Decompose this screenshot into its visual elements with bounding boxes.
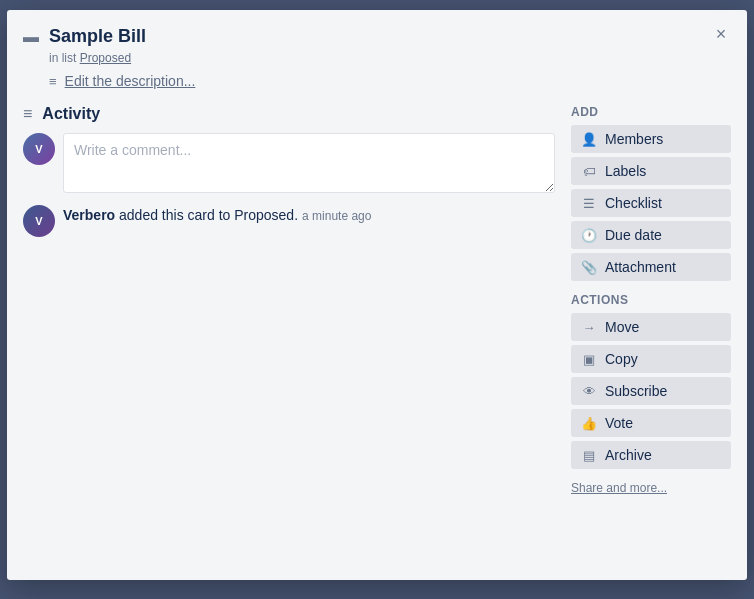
vote-button[interactable]: 👍 Vote <box>571 409 731 437</box>
modal-body: ≡ Activity V V Verbero added this card t… <box>23 105 731 495</box>
list-link[interactable]: Proposed <box>80 51 131 65</box>
labels-button[interactable]: 🏷 Labels <box>571 157 731 185</box>
due-date-button[interactable]: 🕐 Due date <box>571 221 731 249</box>
header-text: Sample Bill in list Proposed <box>49 26 146 65</box>
edit-description-link[interactable]: Edit the description... <box>65 73 196 89</box>
move-icon: → <box>581 320 597 335</box>
subscribe-icon: 👁 <box>581 384 597 399</box>
modal-overlay: × ▬ Sample Bill in list Proposed ≡ Edit … <box>0 0 754 599</box>
attachment-button[interactable]: 📎 Attachment <box>571 253 731 281</box>
copy-icon: ▣ <box>581 352 597 367</box>
sidebar: Add 👤 Members 🏷 Labels ☰ Checklist 🕐 <box>571 105 731 495</box>
add-section: Add 👤 Members 🏷 Labels ☰ Checklist 🕐 <box>571 105 731 281</box>
share-more-link[interactable]: Share and more... <box>571 481 667 495</box>
main-content: ≡ Activity V V Verbero added this card t… <box>23 105 555 495</box>
modal-header: ▬ Sample Bill in list Proposed <box>23 26 731 65</box>
archive-icon: ▤ <box>581 448 597 463</box>
comment-textarea[interactable] <box>63 133 555 193</box>
activity-text: Verbero added this card to Proposed.a mi… <box>63 205 371 226</box>
checklist-icon: ☰ <box>581 196 597 211</box>
activity-time: a minute ago <box>302 209 371 223</box>
vote-icon: 👍 <box>581 416 597 431</box>
activity-header: ≡ Activity <box>23 105 555 123</box>
current-user-avatar: V <box>23 133 55 165</box>
card-list-info: in list Proposed <box>49 51 146 65</box>
actions-section-title: Actions <box>571 293 731 307</box>
card-title: Sample Bill <box>49 26 146 47</box>
activity-title: Activity <box>42 105 100 123</box>
description-icon: ≡ <box>49 74 57 89</box>
members-button[interactable]: 👤 Members <box>571 125 731 153</box>
card-icon: ▬ <box>23 28 39 46</box>
verbero-avatar: V <box>23 205 55 237</box>
close-button[interactable]: × <box>707 20 735 48</box>
labels-icon: 🏷 <box>581 164 597 179</box>
actions-section: Actions → Move ▣ Copy 👁 Subscribe 👍 <box>571 293 731 469</box>
attachment-icon: 📎 <box>581 260 597 275</box>
description-row: ≡ Edit the description... <box>49 73 731 89</box>
move-button[interactable]: → Move <box>571 313 731 341</box>
archive-button[interactable]: ▤ Archive <box>571 441 731 469</box>
members-icon: 👤 <box>581 132 597 147</box>
copy-button[interactable]: ▣ Copy <box>571 345 731 373</box>
activity-icon: ≡ <box>23 105 32 123</box>
comment-input-row: V <box>23 133 555 193</box>
activity-log-entry: V Verbero added this card to Proposed.a … <box>23 205 555 237</box>
subscribe-button[interactable]: 👁 Subscribe <box>571 377 731 405</box>
add-section-title: Add <box>571 105 731 119</box>
checklist-button[interactable]: ☰ Checklist <box>571 189 731 217</box>
activity-user: Verbero <box>63 207 115 223</box>
modal-card: × ▬ Sample Bill in list Proposed ≡ Edit … <box>7 10 747 580</box>
due-date-icon: 🕐 <box>581 228 597 243</box>
